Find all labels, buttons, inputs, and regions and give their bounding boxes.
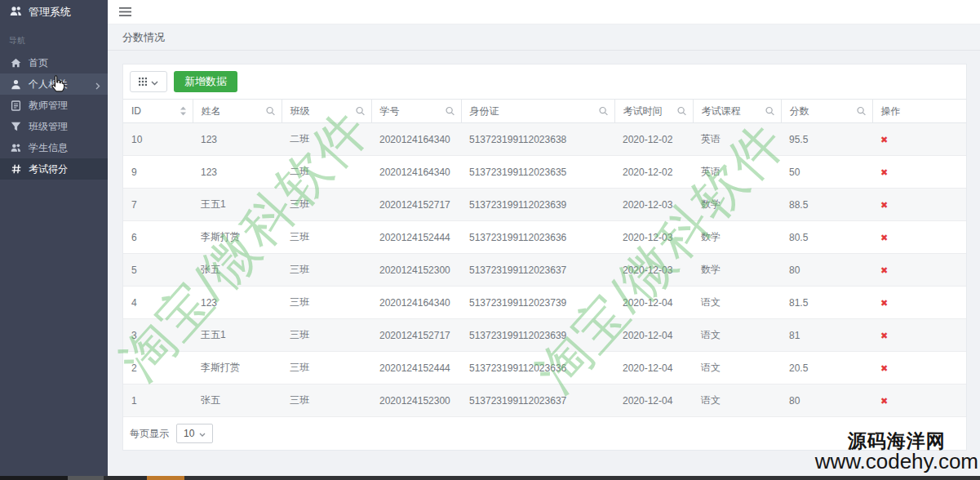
sidebar-item-teachers[interactable]: 教师管理 xyxy=(0,95,108,116)
sidebar-item-students[interactable]: 学生信息 xyxy=(0,137,108,158)
search-icon[interactable] xyxy=(599,107,608,116)
table-cell: 513723199112023739 xyxy=(461,287,614,319)
table-cell-actions: ✖ xyxy=(872,189,966,221)
sidebar: 管理系统 导航 首页 个人相关 xyxy=(0,0,108,476)
search-icon[interactable] xyxy=(356,107,365,116)
table-cell: 513723199112023639 xyxy=(461,189,614,221)
chevron-down-icon xyxy=(199,428,206,439)
table-row: 6李斯打赏三班202012415244451372319911202363620… xyxy=(123,221,966,254)
table-cell: 三班 xyxy=(282,384,371,417)
table-cell: 513723199112023636 xyxy=(461,221,614,254)
table-row: 10123二班202012416434051372319911202363820… xyxy=(123,123,966,156)
page-size-value: 10 xyxy=(184,428,194,439)
search-icon[interactable] xyxy=(857,107,866,116)
table-cell: 数学 xyxy=(693,221,781,254)
search-icon[interactable] xyxy=(446,107,455,116)
taskbar-segment xyxy=(0,476,68,480)
search-icon[interactable] xyxy=(765,107,774,116)
delete-row-button[interactable]: ✖ xyxy=(880,298,888,308)
column-header-id-card: 身份证 xyxy=(461,100,614,123)
table-cell: 语文 xyxy=(693,384,781,417)
delete-row-button[interactable]: ✖ xyxy=(880,200,888,210)
table-cell: 20.5 xyxy=(781,352,872,384)
table-cell: 2020-12-03 xyxy=(614,221,693,254)
hash-icon xyxy=(11,164,21,174)
table-cell: 2020124164340 xyxy=(371,123,461,156)
table-cell: 李斯打赏 xyxy=(193,352,282,384)
table-cell: 2020124152300 xyxy=(371,254,461,287)
delete-row-button[interactable]: ✖ xyxy=(880,363,888,373)
column-picker-button[interactable] xyxy=(130,71,167,92)
scores-table: ID 姓名 班级 学号 身份证 考试时间 xyxy=(123,99,966,417)
menu-toggle-icon[interactable] xyxy=(119,7,131,16)
sidebar-menu: 首页 个人相关 教师管理 班级 xyxy=(0,52,108,180)
document-icon xyxy=(11,100,21,111)
table-cell: 95.5 xyxy=(781,123,872,156)
table-cell-actions: ✖ xyxy=(872,254,966,287)
table-cell: 2020-12-04 xyxy=(614,287,693,319)
table-cell: 1 xyxy=(123,384,193,417)
table-cell: 英语 xyxy=(693,156,781,189)
table-row: 4123三班2020124164340513723199112023739202… xyxy=(123,287,966,319)
sort-icon[interactable] xyxy=(180,107,186,116)
table-cell: 2020-12-03 xyxy=(614,189,693,221)
column-header-name: 姓名 xyxy=(193,100,282,123)
table-cell: 2020124152300 xyxy=(371,384,461,417)
table-cell: 语文 xyxy=(693,319,781,352)
table-cell: 2020-12-04 xyxy=(614,352,693,384)
content: 新增数据 ID 姓名 班级 xyxy=(108,51,980,476)
column-header-score: 分数 xyxy=(781,100,872,123)
chevron-down-icon xyxy=(151,76,158,88)
table-cell-actions: ✖ xyxy=(872,352,966,384)
table-row: 5张五三班20201241523005137231991120236372020… xyxy=(123,254,966,287)
sidebar-item-label: 个人相关 xyxy=(29,78,68,91)
delete-row-button[interactable]: ✖ xyxy=(880,167,888,177)
table-cell-actions: ✖ xyxy=(872,319,966,352)
sidebar-item-label: 学生信息 xyxy=(29,141,68,155)
app-logo: 管理系统 xyxy=(0,0,108,24)
sidebar-item-home[interactable]: 首页 xyxy=(0,52,108,73)
toolbar: 新增数据 xyxy=(123,64,966,99)
sidebar-item-label: 考试得分 xyxy=(29,162,68,176)
data-card: 新增数据 ID 姓名 班级 xyxy=(122,64,967,451)
table-cell: 2020-12-04 xyxy=(614,319,693,352)
table-cell: 语文 xyxy=(693,287,781,319)
sidebar-item-label: 班级管理 xyxy=(29,120,68,134)
table-row: 7王五1三班2020124152717513723199112023639202… xyxy=(123,189,966,221)
table-row: 1张五三班20201241523005137231991120236372020… xyxy=(123,384,966,417)
sidebar-item-classes[interactable]: 班级管理 xyxy=(0,116,108,137)
delete-row-button[interactable]: ✖ xyxy=(880,135,888,144)
table-cell: 2020124152717 xyxy=(371,319,461,352)
team-logo-icon xyxy=(10,6,22,19)
add-data-button[interactable]: 新增数据 xyxy=(174,71,237,92)
search-icon[interactable] xyxy=(677,107,686,116)
sidebar-item-exam-scores[interactable]: 考试得分 xyxy=(0,158,108,180)
taskbar[interactable] xyxy=(0,476,980,480)
column-header-id: ID xyxy=(123,100,193,123)
delete-row-button[interactable]: ✖ xyxy=(880,233,888,242)
breadcrumb: 分数情况 xyxy=(108,24,980,51)
chevron-right-icon xyxy=(95,81,100,92)
topbar xyxy=(108,0,980,24)
table-header-row: ID 姓名 班级 学号 身份证 考试时间 xyxy=(123,100,966,123)
page-size-select[interactable]: 10 xyxy=(176,424,213,443)
delete-row-button[interactable]: ✖ xyxy=(880,396,888,406)
sidebar-item-label: 首页 xyxy=(29,56,48,70)
table-cell: 9 xyxy=(123,156,193,189)
table-cell: 80 xyxy=(781,384,872,417)
table-cell: 数学 xyxy=(693,189,781,221)
table-cell: 7 xyxy=(123,189,193,221)
table-cell-actions: ✖ xyxy=(872,156,966,189)
table-cell: 王五1 xyxy=(193,189,282,221)
table-cell: 数学 xyxy=(693,254,781,287)
table-body: 10123二班202012416434051372319911202363820… xyxy=(123,123,966,417)
table-row: 2李斯打赏三班202012415244451372319911202363620… xyxy=(123,352,966,384)
delete-row-button[interactable]: ✖ xyxy=(880,331,888,340)
taskbar-segment xyxy=(104,476,147,480)
table-cell: 513723199112023636 xyxy=(461,352,614,384)
delete-row-button[interactable]: ✖ xyxy=(880,265,888,275)
sidebar-item-personal[interactable]: 个人相关 xyxy=(0,73,108,95)
search-icon[interactable] xyxy=(266,107,275,116)
table-cell: 2020124152717 xyxy=(371,189,461,221)
table-cell: 三班 xyxy=(282,254,371,287)
